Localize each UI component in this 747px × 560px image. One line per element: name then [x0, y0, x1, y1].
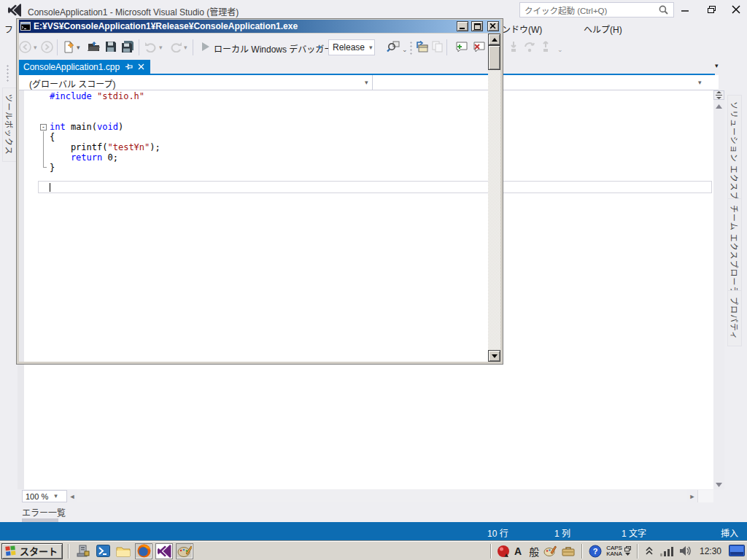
undo-icon[interactable]	[144, 41, 158, 52]
status-character: 1 文字	[622, 526, 646, 539]
save-icon[interactable]	[105, 41, 117, 52]
restore-button[interactable]	[699, 0, 724, 19]
code-editor[interactable]: #include "stdio.h" int main(void) { prin…	[18, 90, 713, 489]
start-label: スタート	[20, 544, 58, 558]
debug-target-label[interactable]: ローカル Windows デバッガー	[214, 42, 333, 55]
sidebar-tab-properties[interactable]: プロパティ	[727, 290, 742, 346]
ime-tools-icon[interactable]	[543, 543, 557, 559]
navigate-forward-icon[interactable]	[41, 41, 53, 53]
clock[interactable]: 12:30	[697, 546, 724, 556]
console-scroll-up-icon[interactable]	[488, 34, 500, 45]
hscroll-left-icon[interactable]: ◄	[67, 490, 77, 502]
paint-taskbar-button[interactable]	[176, 543, 193, 559]
network-signal-icon[interactable]	[659, 543, 675, 559]
find-in-files-icon[interactable]	[387, 41, 400, 52]
console-close-button[interactable]	[487, 21, 499, 31]
member-dropdown-icon[interactable]: ▾	[698, 79, 702, 86]
navigate-back-icon[interactable]	[19, 41, 31, 53]
svg-text:?: ?	[593, 547, 598, 556]
code-line-4: int main(void)	[50, 122, 123, 132]
menu-window[interactable]: ンドウ(W)	[502, 23, 542, 35]
new-file-dropdown-icon[interactable]: ▾	[77, 44, 80, 51]
pin-icon[interactable]	[125, 63, 133, 71]
minimize-button[interactable]	[673, 0, 697, 19]
quick-launch-input[interactable]: クイック起動 (Ctrl+Q)	[519, 2, 674, 18]
sidebar-tab-toolbox[interactable]: ツールボックス	[2, 88, 17, 162]
hscroll-right-icon[interactable]: ►	[687, 490, 697, 502]
zoom-value: 100 %	[26, 492, 48, 501]
computer-icon[interactable]	[74, 543, 91, 559]
console-maximize-button[interactable]	[471, 21, 483, 31]
ime-language-icon[interactable]	[496, 543, 511, 559]
zoom-combobox[interactable]: 100 % ▾	[22, 490, 67, 502]
console-minimize-button[interactable]	[457, 21, 468, 31]
show-desktop-icon[interactable]	[728, 543, 746, 559]
status-column: 1 列	[554, 526, 570, 539]
open-file-icon[interactable]	[88, 41, 101, 52]
copy-icon[interactable]	[432, 41, 443, 52]
redo-dropdown-icon[interactable]: ▾	[184, 44, 187, 51]
console-scrollbar-thumb[interactable]	[488, 45, 500, 70]
editor-navigation-bar: (グローバル スコープ) ▾ ▾	[18, 75, 719, 90]
folder-icon[interactable]	[115, 543, 132, 559]
show-hidden-icons-icon[interactable]	[643, 543, 655, 559]
close-tab-icon[interactable]	[138, 63, 144, 70]
uncomment-icon[interactable]	[471, 41, 486, 53]
scroll-down-icon[interactable]	[713, 480, 724, 489]
error-list-label[interactable]: エラー一覧	[22, 506, 66, 518]
status-insert-mode: 挿入	[721, 526, 738, 539]
editor-vertical-scrollbar[interactable]	[713, 90, 724, 489]
redo-icon[interactable]	[169, 41, 182, 52]
ime-input-mode[interactable]: A	[514, 545, 522, 557]
step-over-icon[interactable]	[524, 41, 535, 52]
scope-dropdown-value[interactable]: (グローバル スコープ)	[29, 77, 116, 90]
debug-target-dropdown-icon[interactable]: ▾	[318, 44, 322, 51]
toolbar-separator	[139, 39, 139, 55]
restore-mini-icon	[624, 546, 631, 552]
new-file-icon[interactable]	[63, 41, 74, 53]
console-title-bar[interactable]: E:¥VS¥ConsoleApplication1¥Release¥Consol…	[19, 20, 500, 33]
menu-help[interactable]: ヘルプ(H)	[584, 23, 622, 35]
back-dropdown-icon[interactable]: ▾	[34, 44, 37, 51]
close-button[interactable]	[724, 0, 747, 19]
document-tab[interactable]: ConsoleApplication1.cpp	[18, 60, 150, 74]
visual-studio-taskbar-button[interactable]	[155, 543, 173, 559]
toolbar-grip[interactable]	[409, 41, 413, 55]
horizontal-scrollbar[interactable]	[77, 490, 687, 502]
console-icon	[20, 22, 31, 31]
code-line-6: printf("test¥n");	[50, 142, 160, 152]
outline-collapse-box[interactable]: -	[40, 124, 47, 131]
scroll-up-icon[interactable]	[713, 101, 724, 111]
taskbar: スタート A 般 ? CAPSKANA 12:30	[0, 541, 747, 560]
navigate-to-icon[interactable]	[416, 41, 429, 52]
console-vertical-scrollbar[interactable]	[488, 34, 500, 362]
menu-file-fragment[interactable]: フ	[4, 23, 13, 35]
undo-dropdown-icon[interactable]: ▾	[159, 44, 163, 51]
debug-overflow-icon[interactable]: ⌄	[557, 47, 563, 53]
start-debug-icon[interactable]	[201, 42, 210, 52]
comment-icon[interactable]	[454, 41, 468, 53]
save-all-icon[interactable]	[121, 41, 134, 52]
error-list-panel: エラー一覧	[0, 503, 747, 522]
firefox-taskbar-button[interactable]	[135, 543, 152, 559]
start-button[interactable]: スタート	[1, 543, 63, 559]
toolbar-separator	[446, 39, 447, 55]
volume-icon[interactable]	[678, 543, 693, 559]
system-tray: A 般 ? CAPSKANA 12:30	[496, 543, 746, 559]
keyboard-indicator[interactable]: CAPSKANA	[606, 545, 631, 557]
ime-pad-icon[interactable]	[561, 543, 576, 559]
step-into-icon[interactable]	[508, 41, 519, 52]
split-editor-handle[interactable]	[713, 90, 724, 100]
find-overflow-icon[interactable]: ⌄	[402, 47, 408, 53]
configuration-combobox[interactable]: Release ▾	[328, 39, 375, 55]
left-dock-strip: ツールボックス	[0, 35, 18, 522]
console-scroll-down-icon[interactable]	[488, 350, 500, 362]
step-out-icon[interactable]	[540, 41, 551, 52]
tab-list-chevron-icon[interactable]: ▾	[715, 63, 719, 69]
powershell-icon[interactable]	[94, 543, 112, 559]
console-window-top-frame[interactable]: E:¥VS¥ConsoleApplication1¥Release¥Consol…	[16, 18, 503, 34]
help-tray-icon[interactable]: ?	[588, 543, 603, 559]
scope-dropdown-icon[interactable]: ▾	[365, 79, 368, 86]
ime-conversion-mode[interactable]: 般	[529, 544, 539, 559]
configuration-dropdown-icon: ▾	[369, 44, 373, 51]
